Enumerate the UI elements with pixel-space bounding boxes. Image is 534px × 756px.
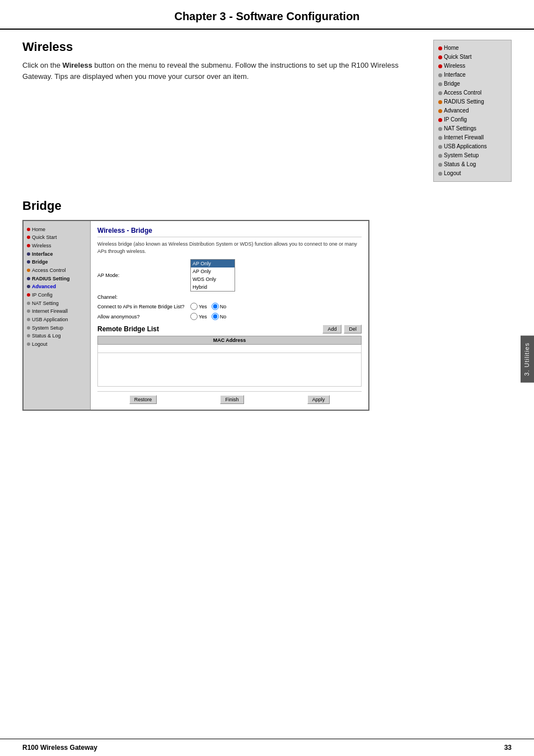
bullet-icon — [27, 342, 30, 346]
mini-nav-logout: Logout — [438, 169, 507, 178]
table-header-row: MAC Address — [98, 336, 362, 345]
bullet-icon — [438, 109, 442, 113]
chapter-title: Chapter 3 - Software Configuration — [22, 10, 512, 23]
bullet-icon — [27, 244, 30, 247]
bullet-icon — [438, 127, 442, 131]
bullet-icon — [27, 309, 30, 313]
remote-bridge-btn-row: Add Del — [322, 325, 362, 334]
bullet-icon — [27, 293, 30, 297]
bullet-icon — [438, 154, 442, 158]
mini-nav-access-control: Access Control — [438, 88, 507, 97]
bullet-icon — [27, 302, 30, 305]
allow-anon-yes-radio[interactable] — [190, 313, 198, 320]
ss-nav-advanced: Advanced — [27, 283, 87, 292]
table-cell — [98, 345, 362, 353]
mini-nav-ip-config: IP Config — [438, 115, 507, 124]
wireless-description: Click on the Wireless button on the menu… — [22, 60, 416, 82]
bullet-icon — [438, 64, 442, 68]
mini-nav-interface: Interface — [438, 71, 507, 79]
mini-nav-usb: USB Applications — [438, 142, 507, 151]
mini-nav-advanced: Advanced — [438, 106, 507, 115]
bullet-icon — [438, 73, 442, 77]
connect-aps-yes-label[interactable]: Yes — [190, 303, 207, 310]
side-tab: 3. Utilities — [521, 336, 534, 383]
ss-nav-wireless: Wireless — [27, 242, 87, 250]
mini-nav-status: Status & Log — [438, 160, 507, 169]
ss-page-desc: Wireless bridge (also known as Wireless … — [97, 241, 362, 255]
main-content: Wireless Click on the Wireless button on… — [0, 40, 534, 411]
bullet-icon — [27, 326, 30, 330]
table-cell-empty — [98, 353, 362, 387]
allow-anon-radio-group: Yes No — [190, 313, 226, 320]
mini-nav-home: Home — [438, 44, 507, 53]
ss-nav-logout: Logout — [27, 341, 87, 349]
bridge-heading: Bridge — [22, 199, 512, 213]
bullet-icon — [27, 236, 30, 239]
ss-nav-quickstart: Quick Start — [27, 234, 87, 242]
footer-left-text: R100 Wireless Gateway — [22, 744, 97, 752]
ss-nav-usb: USB Application — [27, 316, 87, 325]
ap-mode-row: AP Mode: AP Only AP Only WDS Only Hybrid — [97, 259, 362, 292]
wireless-section: Wireless Click on the Wireless button on… — [22, 40, 512, 182]
allow-anon-no-radio[interactable] — [212, 313, 219, 320]
ss-nav-nat: NAT Setting — [27, 299, 87, 308]
wireless-desc-before: Click on the — [22, 61, 63, 69]
channel-row: Channel: — [97, 294, 362, 300]
connect-aps-no-label[interactable]: No — [212, 303, 227, 310]
table-body — [98, 345, 362, 387]
mini-nav-bridge: Bridge — [438, 79, 507, 88]
bullet-icon — [438, 82, 442, 86]
allow-anon-label: Allow anonymous? — [97, 314, 187, 320]
mac-address-table: MAC Address — [97, 336, 362, 387]
connect-aps-yes-radio[interactable] — [190, 303, 198, 310]
connect-aps-no-radio[interactable] — [212, 303, 219, 310]
ss-page-title: Wireless - Bridge — [97, 227, 362, 237]
ss-nav-bridge: Bridge — [27, 259, 87, 267]
finish-button[interactable]: Finish — [220, 395, 243, 404]
allow-anon-no-label[interactable]: No — [212, 313, 227, 320]
add-button[interactable]: Add — [322, 325, 341, 334]
connect-aps-yes-text: Yes — [199, 304, 207, 309]
bullet-icon — [438, 163, 442, 167]
del-button[interactable]: Del — [344, 325, 362, 334]
ss-nav-access: Access Control — [27, 266, 87, 275]
bullet-icon — [438, 172, 442, 176]
page-footer: R100 Wireless Gateway 33 — [0, 739, 534, 756]
screenshot-sidebar: Home Quick Start Wireless Interface — [24, 221, 91, 410]
mini-nav-wireless: Wireless — [438, 62, 507, 71]
connect-aps-radio-group: Yes No — [190, 303, 226, 310]
connect-aps-row: Connect to APs in Remote Bridge List? Ye… — [97, 303, 362, 310]
wireless-mini-nav: Home Quick Start Wireless Interface Brid… — [433, 40, 512, 182]
ss-nav-system: System Setup — [27, 324, 87, 332]
ap-mode-option-ap[interactable]: AP Only — [191, 267, 235, 275]
allow-anon-yes-label[interactable]: Yes — [190, 313, 207, 320]
bullet-icon — [27, 269, 30, 272]
bullet-icon — [438, 46, 442, 50]
bullet-icon — [27, 334, 30, 337]
mini-nav-nat: NAT Settings — [438, 124, 507, 133]
apply-button[interactable]: Apply — [307, 395, 330, 404]
wireless-text: Wireless Click on the Wireless button on… — [22, 40, 416, 182]
remote-bridge-list-header: Remote Bridge List Add Del — [97, 325, 362, 334]
channel-label: Channel: — [97, 294, 187, 300]
mini-nav-system: System Setup — [438, 151, 507, 160]
mini-nav-radius: RADIUS Setting — [438, 97, 507, 106]
page: Chapter 3 - Software Configuration Wirel… — [0, 0, 534, 756]
ap-mode-option-hybrid[interactable]: Hybrid — [191, 283, 235, 291]
ap-mode-label: AP Mode: — [97, 273, 187, 278]
bullet-icon — [438, 100, 442, 104]
connect-aps-label: Connect to APs in Remote Bridge List? — [97, 304, 187, 309]
allow-anon-row: Allow anonymous? Yes No — [97, 313, 362, 320]
footer-page-number: 33 — [504, 744, 512, 752]
bullet-icon — [27, 318, 30, 321]
bottom-buttons: Restore Finish Apply — [97, 391, 362, 404]
restore-button[interactable]: Restore — [129, 395, 157, 404]
bridge-section: Bridge Home Quick Start Wireless — [22, 199, 512, 411]
ap-mode-option-wds[interactable]: WDS Only — [191, 275, 235, 283]
ap-mode-select[interactable]: AP Only AP Only WDS Only Hybrid — [190, 259, 235, 292]
connect-aps-no-text: No — [220, 304, 227, 309]
bullet-icon — [27, 228, 30, 231]
bullet-icon — [438, 118, 442, 122]
bullet-icon — [27, 277, 30, 280]
allow-anon-no-text: No — [220, 314, 227, 320]
